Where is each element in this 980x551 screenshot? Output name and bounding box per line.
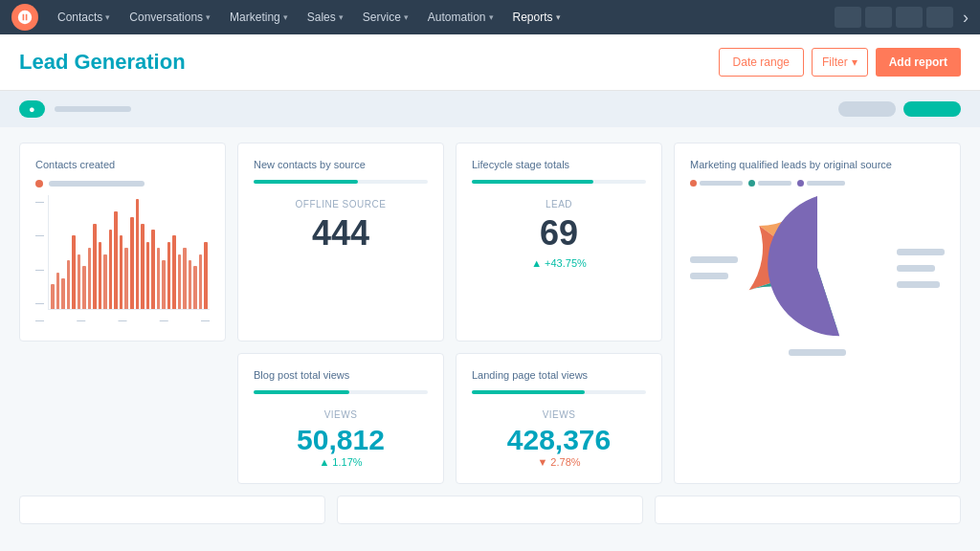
pie-label-bar-right-2 — [897, 265, 935, 272]
chevron-down-icon: ▾ — [206, 12, 211, 22]
svg-point-0 — [18, 11, 32, 24]
chevron-down-icon: ▾ — [339, 12, 344, 22]
nav-settings-btn[interactable] — [896, 7, 923, 28]
nav-sales[interactable]: Sales ▾ — [300, 0, 351, 34]
bar — [172, 235, 176, 309]
mql-legend-3 — [797, 180, 845, 187]
nav-automation[interactable]: Automation ▾ — [420, 0, 501, 34]
nav-conversations[interactable]: Conversations ▾ — [122, 0, 218, 34]
chevron-down-icon: ▾ — [852, 55, 858, 69]
bar — [120, 235, 123, 309]
nav-more-btn[interactable]: › — [963, 8, 969, 28]
trend-up-icon-blog: ▲ — [319, 456, 329, 468]
filter-button[interactable]: Filter ▾ — [812, 48, 868, 77]
view-toggle-list[interactable] — [838, 101, 896, 117]
pie-svg — [746, 196, 889, 340]
landing-progress-fill — [472, 390, 585, 394]
chevron-down-icon: ▾ — [489, 12, 494, 22]
card-contacts-legend — [35, 180, 210, 187]
filter-right-controls — [838, 101, 961, 117]
mql-top-legend — [690, 180, 945, 187]
blog-value: 50,812 — [254, 424, 428, 456]
mql-legend-2 — [748, 180, 791, 187]
pie-right-labels — [897, 249, 945, 288]
blog-progress-fill — [254, 390, 349, 394]
pie-label-bar-right-1 — [897, 249, 945, 255]
bar — [88, 248, 92, 309]
nav-toolbar — [835, 7, 953, 28]
landing-progress-bar — [472, 390, 646, 394]
landing-views-label: VIEWS — [472, 409, 646, 420]
chart-y-labels: — — — — — [35, 195, 210, 310]
bar — [178, 254, 182, 310]
pie-bottom-bar — [789, 349, 846, 356]
bar — [199, 254, 203, 310]
legend-bar-2 — [758, 181, 791, 186]
nav-notif-btn[interactable] — [865, 7, 892, 28]
header-actions: Date range Filter ▾ Add report — [719, 48, 961, 77]
cards-grid: Contacts created — — — — — — — — — [19, 143, 961, 484]
nav-search-btn[interactable] — [835, 7, 861, 28]
lifecycle-stage-label: LEAD — [472, 199, 646, 209]
bottom-card-3 — [655, 496, 961, 524]
x-axis-labels: — — — — — — [35, 316, 210, 325]
bar — [114, 211, 118, 309]
bar — [183, 248, 187, 309]
view-toggle-grid[interactable] — [903, 101, 961, 117]
add-report-button[interactable]: Add report — [876, 48, 961, 77]
bottom-card-2 — [337, 496, 643, 524]
bar — [151, 230, 155, 309]
card-lifecycle: Lifecycle stage totals LEAD 69 ▲ +43.75% — [456, 143, 662, 342]
page-header: Lead Generation Date range Filter ▾ Add … — [0, 34, 980, 91]
blog-views-label: VIEWS — [254, 409, 428, 420]
nav-help-btn[interactable] — [926, 7, 953, 28]
trend-down-icon-landing: ▼ — [537, 456, 547, 468]
card-source-title: New contacts by source — [254, 159, 428, 170]
legend-dot-orange — [690, 180, 697, 187]
bar — [67, 260, 71, 309]
bar — [99, 242, 102, 309]
bar — [130, 217, 134, 309]
bar — [193, 266, 197, 309]
mql-title: Marketing qualified leads by original so… — [690, 159, 945, 170]
lifecycle-progress-fill — [472, 180, 593, 184]
bottom-partial-cards — [19, 496, 961, 524]
bar — [72, 235, 76, 309]
card-contacts-title: Contacts created — [35, 159, 210, 170]
landing-value: 428,376 — [472, 424, 646, 456]
filter-active-pill[interactable]: ● — [19, 100, 45, 118]
lifecycle-title: Lifecycle stage totals — [472, 159, 646, 170]
bar — [167, 242, 171, 309]
bar — [109, 230, 113, 309]
lifecycle-trend: ▲ +43.75% — [472, 257, 646, 269]
legend-bar-3 — [807, 181, 845, 186]
nav-contacts[interactable]: Contacts ▾ — [50, 0, 118, 34]
chevron-down-icon: ▾ — [283, 12, 288, 22]
bar — [162, 260, 166, 309]
bar — [124, 248, 128, 309]
nav-marketing[interactable]: Marketing ▾ — [222, 0, 296, 34]
lifecycle-value: 69 — [472, 213, 646, 253]
nav-service[interactable]: Service ▾ — [355, 0, 416, 34]
bar — [204, 242, 208, 309]
pie-label-bar-right-3 — [897, 281, 940, 288]
source-label: OFFLINE SOURCE — [254, 199, 428, 209]
bar — [93, 224, 97, 309]
mql-legend-1 — [690, 180, 743, 187]
blog-progress-bar — [254, 390, 428, 394]
bar — [157, 248, 161, 309]
card-mql: Marketing qualified leads by original so… — [674, 143, 961, 484]
chevron-down-icon: ▾ — [556, 12, 561, 22]
source-progress-fill — [254, 180, 358, 184]
legend-bar-1 — [700, 181, 743, 186]
bar — [136, 199, 140, 309]
hubspot-logo[interactable] — [11, 4, 38, 31]
date-range-button[interactable]: Date range — [719, 48, 804, 77]
legend-bar — [49, 181, 145, 187]
filter-label-bar — [55, 106, 131, 112]
nav-reports[interactable]: Reports ▾ — [505, 0, 568, 34]
blog-trend: ▲ 1.17% — [254, 456, 428, 468]
chevron-down-icon: ▾ — [404, 12, 409, 22]
legend-dot-purple — [797, 180, 804, 187]
card-new-contacts: New contacts by source OFFLINE SOURCE 44… — [237, 143, 444, 342]
